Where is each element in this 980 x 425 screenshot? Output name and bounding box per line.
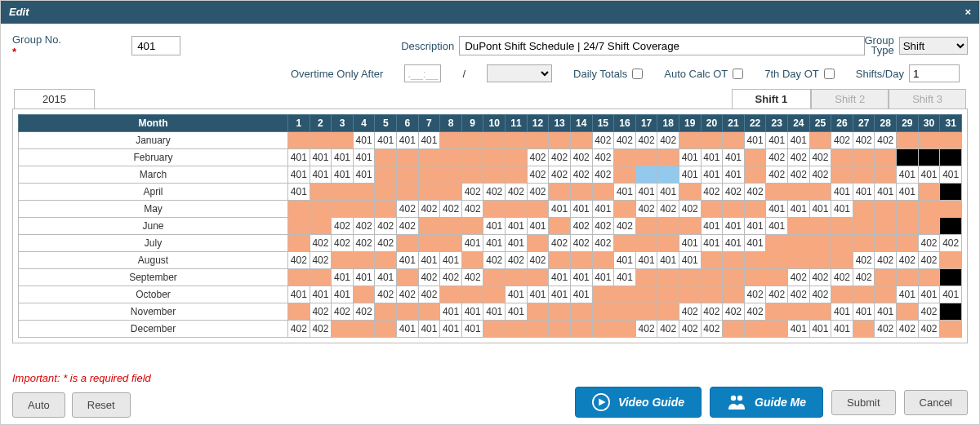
schedule-cell[interactable]: 401 — [332, 269, 354, 286]
schedule-cell[interactable]: 402 — [332, 303, 354, 321]
schedule-cell[interactable]: 401 — [288, 149, 310, 166]
schedule-cell[interactable]: 401 — [853, 184, 875, 201]
schedule-cell[interactable]: 402 — [897, 321, 919, 338]
schedule-cell[interactable] — [614, 235, 636, 252]
schedule-cell[interactable]: 401 — [592, 201, 614, 218]
schedule-cell[interactable]: 402 — [788, 149, 810, 166]
schedule-cell[interactable]: 401 — [418, 132, 440, 149]
schedule-cell[interactable]: 401 — [288, 184, 310, 201]
schedule-cell[interactable]: 401 — [440, 252, 462, 269]
schedule-cell[interactable]: 401 — [897, 286, 919, 303]
schedule-cell[interactable]: 401 — [831, 321, 853, 338]
schedule-cell[interactable] — [592, 286, 614, 303]
schedule-cell[interactable] — [940, 321, 962, 338]
schedule-cell[interactable] — [397, 269, 419, 286]
schedule-cell[interactable]: 402 — [506, 252, 528, 269]
schedule-cell[interactable] — [766, 303, 788, 321]
schedule-cell[interactable] — [310, 184, 332, 201]
schedule-cell[interactable]: 401 — [897, 184, 919, 201]
schedule-cell[interactable] — [397, 166, 419, 184]
schedule-cell[interactable] — [570, 184, 592, 201]
schedule-cell[interactable]: 402 — [744, 184, 766, 201]
schedule-cell[interactable] — [440, 218, 462, 235]
schedule-cell[interactable] — [723, 252, 745, 269]
schedule-cell[interactable] — [483, 149, 506, 166]
schedule-cell[interactable]: 401 — [635, 184, 657, 201]
schedule-cell[interactable] — [353, 321, 375, 338]
schedule-cell[interactable] — [614, 201, 636, 218]
schedule-cell[interactable] — [788, 184, 810, 201]
close-icon[interactable]: × — [964, 1, 971, 24]
schedule-cell[interactable]: 402 — [875, 132, 897, 149]
schedule-cell[interactable]: 402 — [570, 166, 592, 184]
schedule-cell[interactable]: 401 — [853, 303, 875, 321]
schedule-cell[interactable]: 401 — [788, 201, 810, 218]
schedule-cell[interactable] — [918, 218, 940, 235]
schedule-cell[interactable]: 402 — [592, 132, 614, 149]
schedule-cell[interactable] — [897, 149, 919, 166]
schedule-cell[interactable] — [483, 321, 506, 338]
schedule-cell[interactable]: 402 — [809, 286, 831, 303]
schedule-cell[interactable] — [461, 286, 483, 303]
schedule-cell[interactable]: 402 — [461, 269, 483, 286]
guide-me-button[interactable]: Guide Me — [710, 387, 823, 418]
schedule-cell[interactable] — [375, 252, 397, 269]
schedule-cell[interactable] — [570, 303, 592, 321]
schedule-cell[interactable]: 402 — [853, 252, 875, 269]
submit-button[interactable]: Submit — [831, 390, 895, 415]
schedule-cell[interactable]: 402 — [353, 218, 375, 235]
schedule-cell[interactable] — [897, 218, 919, 235]
seventh-day-ot-checkbox[interactable] — [824, 69, 835, 79]
schedule-cell[interactable]: 402 — [506, 184, 528, 201]
schedule-cell[interactable] — [831, 218, 853, 235]
schedule-cell[interactable]: 401 — [397, 321, 419, 338]
schedule-cell[interactable] — [592, 303, 614, 321]
schedule-cell[interactable] — [744, 166, 766, 184]
schedule-cell[interactable]: 401 — [506, 218, 528, 235]
schedule-cell[interactable]: 401 — [397, 132, 419, 149]
schedule-cell[interactable]: 402 — [875, 321, 897, 338]
schedule-cell[interactable]: 402 — [679, 303, 701, 321]
schedule-cell[interactable]: 402 — [918, 252, 940, 269]
cancel-button[interactable]: Cancel — [904, 390, 968, 415]
schedule-cell[interactable]: 402 — [614, 132, 636, 149]
schedule-cell[interactable] — [635, 166, 657, 184]
schedule-cell[interactable]: 402 — [288, 252, 310, 269]
schedule-cell[interactable] — [549, 132, 571, 149]
schedule-cell[interactable] — [766, 235, 788, 252]
schedule-cell[interactable] — [831, 235, 853, 252]
schedule-cell[interactable] — [657, 218, 679, 235]
schedule-cell[interactable]: 401 — [527, 218, 549, 235]
schedule-cell[interactable] — [483, 166, 506, 184]
schedule-cell[interactable]: 402 — [397, 218, 419, 235]
schedule-cell[interactable] — [506, 321, 528, 338]
schedule-cell[interactable]: 401 — [549, 201, 571, 218]
schedule-cell[interactable] — [831, 252, 853, 269]
schedule-cell[interactable] — [614, 286, 636, 303]
schedule-cell[interactable] — [679, 132, 701, 149]
schedule-cell[interactable] — [657, 166, 679, 184]
schedule-cell[interactable] — [831, 149, 853, 166]
schedule-cell[interactable]: 401 — [723, 149, 745, 166]
schedule-cell[interactable]: 401 — [701, 218, 723, 235]
schedule-cell[interactable]: 402 — [375, 286, 397, 303]
schedule-cell[interactable] — [549, 218, 571, 235]
schedule-cell[interactable]: 401 — [940, 166, 962, 184]
schedule-cell[interactable] — [461, 252, 483, 269]
schedule-cell[interactable] — [657, 235, 679, 252]
schedule-cell[interactable] — [701, 201, 723, 218]
schedule-cell[interactable]: 402 — [461, 184, 483, 201]
shift-tab-3[interactable]: Shift 3 — [889, 89, 966, 108]
schedule-cell[interactable]: 401 — [332, 166, 354, 184]
schedule-cell[interactable]: 402 — [397, 286, 419, 303]
schedule-cell[interactable] — [723, 132, 745, 149]
schedule-cell[interactable] — [483, 201, 506, 218]
schedule-cell[interactable]: 401 — [679, 149, 701, 166]
schedule-cell[interactable] — [679, 269, 701, 286]
schedule-cell[interactable] — [897, 201, 919, 218]
schedule-cell[interactable] — [635, 303, 657, 321]
schedule-cell[interactable]: 401 — [744, 218, 766, 235]
schedule-cell[interactable]: 401 — [332, 286, 354, 303]
schedule-cell[interactable] — [701, 286, 723, 303]
schedule-cell[interactable] — [570, 132, 592, 149]
